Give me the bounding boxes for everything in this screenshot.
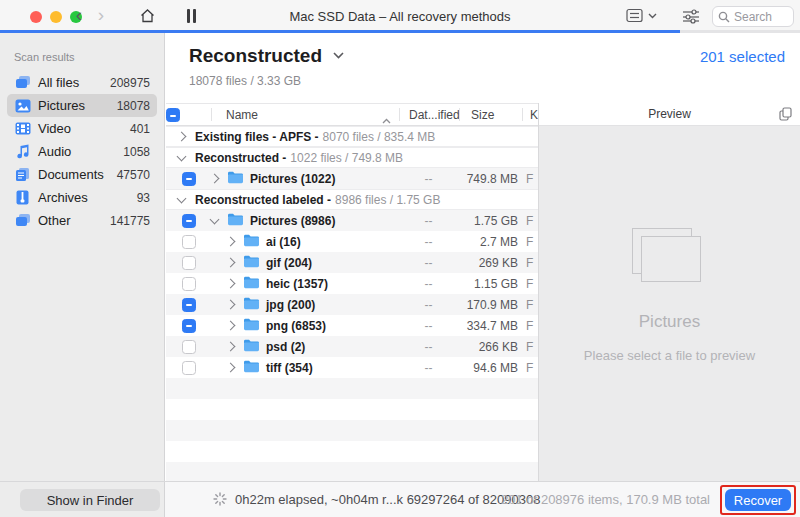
folder-name: psd (2) [266,340,305,354]
folder-icon [243,318,260,334]
cell-size: 749.8 MB [421,172,518,186]
sidebar-item-all-files[interactable]: All files 208975 [7,71,157,94]
disclosure-chevron-icon[interactable] [226,363,236,373]
copy-icon[interactable] [779,107,792,124]
folder-icon [243,276,260,292]
search-icon [718,11,730,23]
group-meta: 8986 files / 1.75 GB [335,193,440,207]
folder-row[interactable]: ai (16) -- 2.7 MB F [166,231,538,252]
row-checkbox[interactable] [182,214,196,228]
sidebar-item-video[interactable]: Video 401 [7,117,157,140]
cell-kind: F [526,277,533,291]
show-in-finder-button[interactable]: Show in Finder [20,489,160,511]
cell-size: 1.15 GB [421,277,518,291]
disclosure-chevron-icon[interactable] [177,132,187,142]
disclosure-chevron-icon[interactable] [226,279,236,289]
sidebar-item-label: All files [38,75,103,90]
spinner-icon [213,492,227,509]
sidebar-item-count: 93 [137,191,150,205]
cell-size: 2.7 MB [421,235,518,249]
column-header-kind[interactable]: K [530,108,538,122]
image-icon [14,97,31,114]
sidebar-item-label: Audio [38,144,116,159]
sidebar-item-label: Other [38,213,103,228]
column-header-name[interactable]: Name [226,108,258,122]
row-checkbox[interactable] [182,172,196,186]
row-checkbox[interactable] [182,340,196,354]
folder-name: ai (16) [266,235,301,249]
disclosure-chevron-icon[interactable] [226,237,236,247]
folder-row[interactable]: tiff (354) -- 94.6 MB F [166,357,538,378]
sidebar-item-count: 1058 [123,145,150,159]
sidebar-item-count: 141775 [110,214,150,228]
disclosure-chevron-icon[interactable] [177,151,187,161]
row-checkbox[interactable] [182,319,196,333]
disclosure-chevron-icon[interactable] [177,193,187,203]
folder-row[interactable]: Pictures (1022) -- 749.8 MB F [166,168,538,189]
window-title: Mac SSD Data – All recovery methods [0,9,800,24]
group-meta: 8070 files / 835.4 MB [323,130,436,144]
select-all-checkbox[interactable] [166,108,180,122]
sidebar-item-count: 208975 [110,76,150,90]
folder-row[interactable]: heic (1357) -- 1.15 GB F [166,273,538,294]
sidebar-item-documents[interactable]: Documents 47570 [7,163,157,186]
folder-icon [227,171,244,187]
sidebar-item-label: Pictures [38,98,110,113]
empty-row [166,378,538,399]
column-header-size[interactable]: Size [471,108,494,122]
folder-row[interactable]: jpg (200) -- 170.9 MB F [166,294,538,315]
group-meta: 1022 files / 749.8 MB [290,151,403,165]
disclosure-chevron-icon[interactable] [210,214,220,224]
group-name: Reconstructed labeled - [195,193,331,207]
sidebar-item-count: 47570 [117,168,150,182]
empty-row [166,420,538,441]
disclosure-chevron-icon[interactable] [226,300,236,310]
scan-progress-text: 0h22m elapsed, ~0h04m r...k 69297264 of … [235,492,540,507]
sidebar-item-audio[interactable]: Audio 1058 [7,140,157,163]
folder-row[interactable]: png (6853) -- 334.7 MB F [166,315,538,336]
search-input[interactable] [734,10,788,24]
cell-kind: F [526,256,533,270]
cell-kind: F [526,319,533,333]
search-field[interactable] [712,6,794,27]
sidebar-item-archives[interactable]: Archives 93 [7,186,157,209]
folder-name: heic (1357) [266,277,328,291]
filter-sliders-icon[interactable] [682,8,700,27]
disclosure-chevron-icon[interactable] [226,342,236,352]
view-options-button[interactable] [626,8,657,23]
folder-icon [243,297,260,313]
disclosure-chevron-icon[interactable] [210,174,220,184]
sidebar-item-label: Video [38,121,123,136]
app-window: ‹ › Mac SSD Data – All recovery methods [0,0,800,517]
row-checkbox[interactable] [182,277,196,291]
recover-button[interactable]: Recover [725,489,791,511]
sidebar-item-other[interactable]: Other 141775 [7,209,157,232]
row-checkbox[interactable] [182,361,196,375]
cell-size: 94.6 MB [421,361,518,375]
disclosure-chevron-icon[interactable] [226,321,236,331]
folder-icon [243,360,260,376]
row-checkbox[interactable] [182,256,196,270]
cell-size: 334.7 MB [421,319,518,333]
row-checkbox[interactable] [182,235,196,249]
column-header-date-modified[interactable]: Dat...ified [409,108,460,122]
row-checkbox[interactable] [182,298,196,312]
stack-icon [14,212,31,229]
category-title-dropdown[interactable]: Reconstructed [189,45,344,67]
chevron-down-icon [648,13,657,19]
titlebar: ‹ › Mac SSD Data – All recovery methods [0,0,800,33]
group-header-row[interactable]: Existing files - APFS - 8070 files / 835… [166,126,538,147]
selected-count-label[interactable]: 201 selected [700,48,785,65]
group-header-row[interactable]: Reconstructed labeled - 8986 files / 1.7… [166,189,538,210]
sidebar: Scan results All files 208975 Pictures 1… [0,33,165,481]
empty-row [166,399,538,420]
folder-row[interactable]: gif (204) -- 269 KB F [166,252,538,273]
sidebar-item-pictures[interactable]: Pictures 18078 [7,94,157,117]
folder-row[interactable]: Pictures (8986) -- 1.75 GB F [166,210,538,231]
group-header-row[interactable]: Reconstructed - 1022 files / 749.8 MB [166,147,538,168]
disclosure-chevron-icon[interactable] [226,258,236,268]
sort-ascending-icon[interactable] [382,112,391,127]
cell-size: 266 KB [421,340,518,354]
sidebar-item-count: 18078 [117,99,150,113]
folder-row[interactable]: psd (2) -- 266 KB F [166,336,538,357]
